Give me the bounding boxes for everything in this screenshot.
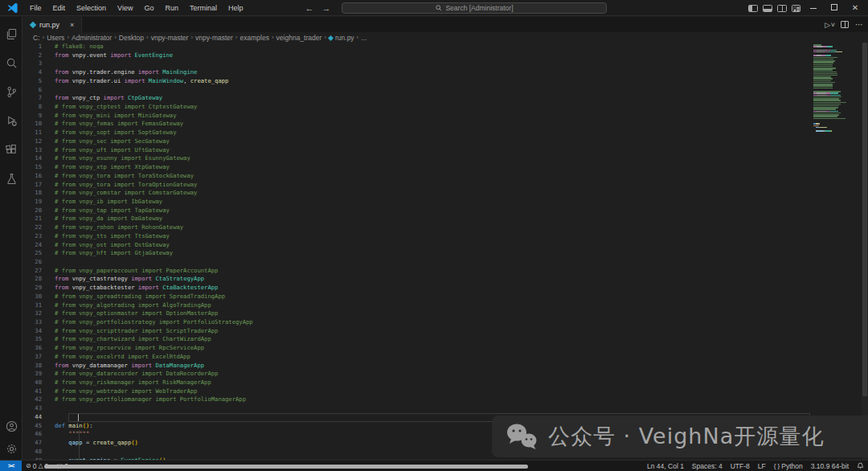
restore-button[interactable] [826,0,842,16]
code-line-6[interactable]: 6 [23,86,813,95]
code-line-18[interactable]: 18# from vnpy_comstar import ComstarGate… [23,189,813,198]
vertical-scrollbar[interactable] [862,43,868,460]
menu-selection[interactable]: Selection [71,0,112,16]
line-number: 17 [23,181,55,190]
code-line-42[interactable]: 42# from vnpy_portfoliomanager import Po… [23,395,813,404]
code-line-41[interactable]: 41# from vnpy_webtrader import WebTrader… [23,387,813,396]
code-line-10[interactable]: 10# from vnpy_femas import FemasGateway [23,120,813,129]
code-line-12[interactable]: 12# from vnpy_sec import SecGateway [23,137,813,146]
code-line-40[interactable]: 40# from vnpy_riskmanager import RiskMan… [23,379,813,387]
line-content: # from vnpy_tts import TtsGateway [55,232,813,241]
testing-icon[interactable] [0,168,23,189]
menu-run[interactable]: Run [159,0,184,16]
code-line-23[interactable]: 23# from vnpy_tts import TtsGateway [23,232,813,241]
code-line-21[interactable]: 21# from vnpy_da import DaGateway [23,215,813,223]
close-button[interactable]: ✕ [847,0,863,16]
extensions-icon[interactable] [0,139,23,160]
menu-edit[interactable]: Edit [47,0,72,16]
minimap[interactable] [813,44,860,132]
breadcrumb-segment[interactable]: examples [240,34,269,42]
breadcrumb-segment[interactable]: C: [33,34,40,42]
tab-run-py[interactable]: run.py × [23,17,82,32]
code-line-35[interactable]: 35# from vnpy_chartwizard import ChartWi… [23,335,813,344]
code-line-19[interactable]: 19# from vnpy_ib import IbGateway [23,198,813,207]
code-line-17[interactable]: 17# from vnpy_tora import ToraOptionGate… [23,181,813,190]
code-line-13[interactable]: 13# from vnpy_uft import UftGateway [23,146,813,155]
code-line-34[interactable]: 34# from vnpy_scripttrader import Script… [23,327,813,336]
explorer-icon[interactable] [0,23,23,44]
tab-close-icon[interactable]: × [70,21,74,29]
code-line-32[interactable]: 32# from vnpy_optionmaster import Option… [23,309,813,318]
minimize-button[interactable] [805,0,821,16]
code-editor[interactable]: 1# flake8: noqa2from vnpy.event import E… [23,43,813,460]
code-line-30[interactable]: 30# from vnpy_spreadtrading import Sprea… [23,293,813,301]
split-editor-icon[interactable] [841,21,849,28]
breadcrumb-segment[interactable]: vnpy-master [151,34,189,42]
breadcrumb-segment[interactable]: ... [361,34,366,42]
status-ln-44-col-1[interactable]: Ln 44, Col 1 [643,462,688,470]
breadcrumb-segment[interactable]: run.py [329,34,354,42]
breadcrumb-segment[interactable]: vnpy-master [195,34,233,42]
run-debug-icon[interactable] [0,110,23,131]
code-line-43[interactable]: 43 [23,404,813,413]
toggle-panel-icon[interactable] [763,5,772,12]
notifications-bell-icon[interactable] [853,462,868,469]
back-arrow-icon[interactable]: ← [305,1,313,15]
command-center-search[interactable]: Search [Administrator] [342,2,607,14]
breadcrumb-segment[interactable]: Desktop [119,34,144,42]
status-spaces-4[interactable]: Spaces: 4 [688,462,727,470]
code-line-26[interactable]: 26 [23,258,813,267]
more-actions-icon[interactable]: ⋯ [855,20,863,29]
code-line-29[interactable]: 29from vnpy_ctabacktester import CtaBack… [23,284,813,293]
code-line-22[interactable]: 22# from vnpy_rohon import RohonGateway [23,223,813,232]
breadcrumb-segment[interactable]: Administrator [72,34,112,42]
settings-gear-icon[interactable] [0,438,23,459]
scrollbar-thumb[interactable] [862,43,867,396]
code-line-27[interactable]: 27# from vnpy_paperaccount import PaperA… [23,267,813,276]
code-line-37[interactable]: 37# from vnpy_excelrtd import ExcelRtdAp… [23,353,813,362]
source-control-icon[interactable] [0,81,23,102]
remote-indicator[interactable]: >< [0,461,22,471]
menu-help[interactable]: Help [223,0,249,16]
menu-terminal[interactable]: Terminal [184,0,223,16]
toggle-sidebar-icon[interactable] [748,5,758,12]
status-3-10-9-64-bit[interactable]: 3.10.9 64-bit [807,462,853,470]
code-line-28[interactable]: 28from vnpy_ctastrategy import CtaStrate… [23,275,813,284]
code-line-31[interactable]: 31# from vnpy_algotrading import AlgoTra… [23,301,813,310]
code-line-11[interactable]: 11# from vnpy_sopt import SoptGateway [23,129,813,137]
status-lf[interactable]: LF [754,462,770,470]
run-python-file-icon[interactable]: ▷ ˅ [825,21,834,29]
status-utf-8[interactable]: UTF-8 [727,462,754,470]
code-line-5[interactable]: 5from vnpy.trader.ui import MainWindow, … [23,77,813,86]
code-line-1[interactable]: 1# flake8: noqa [23,43,813,51]
code-line-3[interactable]: 3 [23,59,813,68]
breadcrumb-segment[interactable]: veighna_trader [276,34,322,42]
toggle-secondary-sidebar-icon[interactable] [777,5,787,12]
code-line-15[interactable]: 15# from vnpy_xtp import XtpGateway [23,163,813,172]
menu-view[interactable]: View [112,0,138,16]
code-line-33[interactable]: 33# from vnpy_portfoliostrategy import P… [23,318,813,327]
code-line-24[interactable]: 24# from vnpy_ost import OstGateway [23,241,813,250]
accounts-icon[interactable] [0,416,23,436]
code-line-16[interactable]: 16# from vnpy_tora import ToraStockGatew… [23,172,813,181]
code-line-8[interactable]: 8# from vnpy_ctptest import CtptestGatew… [23,103,813,112]
code-line-14[interactable]: 14# from vnpy_esunny import EsunnyGatewa… [23,154,813,163]
forward-arrow-icon[interactable]: → [321,1,330,15]
code-line-2[interactable]: 2from vnpy.event import EventEngine [23,51,813,60]
search-sidebar-icon[interactable] [0,52,23,73]
line-number: 36 [23,344,55,353]
customize-layout-icon[interactable] [792,5,800,12]
code-line-9[interactable]: 9# from vnpy_mini import MiniGateway [23,112,813,121]
code-line-39[interactable]: 39# from vnpy_datarecorder import DataRe… [23,370,813,379]
menu-go[interactable]: Go [138,0,159,16]
code-line-4[interactable]: 4from vnpy.trader.engine import MainEngi… [23,68,813,77]
status-python[interactable]: { }Python [770,462,807,470]
code-line-20[interactable]: 20# from vnpy_tap import TapGateway [23,207,813,215]
code-line-7[interactable]: 7from vnpy_ctp import CtpGateway [23,94,813,103]
breadcrumb-segment[interactable]: Users [47,34,64,42]
vscode-logo-icon [6,2,19,14]
code-line-25[interactable]: 25# from vnpy_hft import GtjaGateway [23,249,813,258]
code-line-36[interactable]: 36# from vnpy_rpcservice import RpcServi… [23,344,813,353]
code-line-38[interactable]: 38from vnpy_datamanager import DataManag… [23,362,813,371]
menu-file[interactable]: File [24,0,47,16]
